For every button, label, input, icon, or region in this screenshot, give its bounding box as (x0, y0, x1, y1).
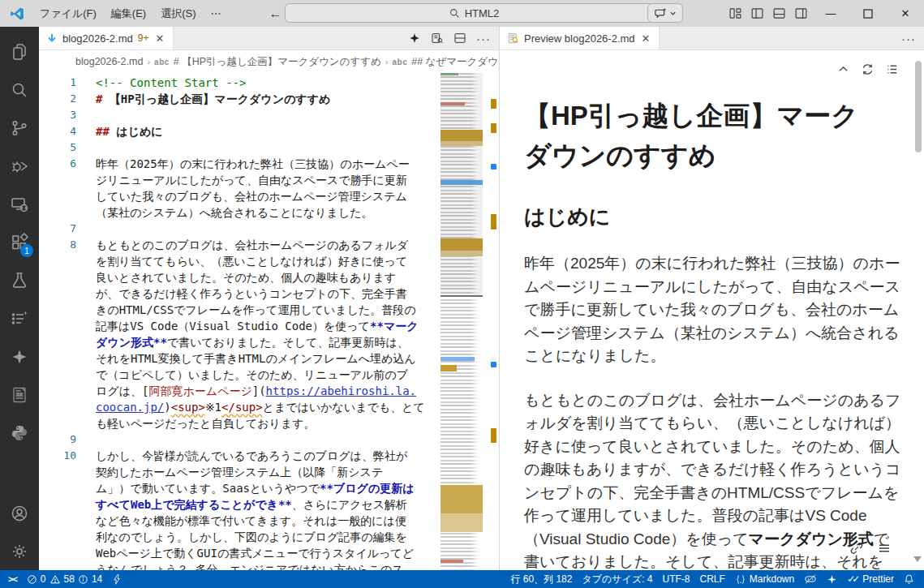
code-line[interactable]: 利なのでしょう。しかし、下図のようにブログ記事の編集を (39, 529, 441, 545)
code-line[interactable]: 6昨年（2025年）の末に行われた弊社（三技協）のホームペー (39, 156, 441, 172)
code-line[interactable]: 3 (39, 107, 441, 123)
code-line[interactable]: Webページ上で動くGUIの書式メニューで行うスタイルってど (39, 545, 441, 561)
code-line[interactable]: 1<!-- Content Start --> (39, 75, 441, 91)
copilot-sparkle-icon[interactable] (0, 337, 39, 376)
formatter-status[interactable]: ✓✓ Prettier (842, 570, 899, 588)
scrollbar-thumb[interactable] (915, 61, 922, 152)
sparkle-action-icon[interactable] (408, 32, 421, 45)
back-arrow-icon[interactable]: ← (269, 6, 282, 21)
run-debug-icon[interactable] (0, 147, 39, 185)
code-text: で（コピペして）いました。そのため、リニューアル前のブ (96, 367, 408, 383)
code-line[interactable]: 5 (39, 139, 441, 156)
code-line[interactable]: 2# 【HP引っ越し企画】マークダウンのすすめ (39, 91, 441, 107)
copilot-disabled-icon (804, 573, 817, 585)
split-editor-icon[interactable] (453, 32, 466, 45)
code-line[interactable]: 8もともとのこのブログは、会社ホームページのあるフォルダ (39, 237, 441, 253)
refresh-icon[interactable] (862, 63, 874, 75)
editor-more-actions-icon[interactable]: ··· (476, 32, 491, 45)
breadcrumb-h1[interactable]: # 【HP引っ越し企画】マークダウンのすすめ (174, 55, 381, 69)
code-line[interactable]: きのHTML/CSSでフレームを作って運用していました。普段の (39, 302, 441, 318)
hamburger-menu-icon[interactable] (877, 541, 892, 556)
minimap-slider[interactable] (441, 73, 483, 297)
code-line[interactable]: していた我々のブログも、会社のホームページ管理システム (39, 188, 441, 204)
layout-controls (728, 0, 808, 27)
eol-sequence[interactable]: CRLF (695, 570, 730, 588)
command-center-search[interactable]: HTML2 (285, 3, 664, 23)
minimap[interactable] (441, 73, 483, 570)
code-line[interactable]: 7 (39, 221, 441, 237)
sparkle-status[interactable] (822, 570, 842, 588)
settings-gear-icon[interactable] (0, 532, 39, 570)
remote-indicator[interactable]: >< (3, 570, 22, 588)
code-line[interactable]: 契約したホームページ管理システム上（以降「新システ (39, 464, 441, 480)
notifications-button[interactable] (899, 570, 919, 588)
code-line[interactable]: も軽いページだったと自負しております。 (39, 415, 441, 431)
code-line[interactable]: ログは、[阿部寛ホームページ](https://abehiroshi.la. (39, 383, 441, 399)
feedback-button[interactable] (107, 570, 127, 588)
tab-close-icon[interactable]: ✕ (153, 32, 165, 45)
code-text: など色々な機能が標準で付いてきます。それは一般的には便 (96, 513, 406, 529)
toggle-panel-icon[interactable] (772, 6, 786, 20)
code-line[interactable]: 良いとされていました。そのため、個人の趣味もあります (39, 269, 441, 285)
menu-more[interactable]: ⋯ (204, 4, 229, 24)
testing-icon[interactable] (0, 261, 39, 299)
code-line[interactable]: （某社のシステム）へ統合されることになりました。 (39, 204, 441, 221)
code-line[interactable]: で（コピペして）いました。そのため、リニューアル前のブ (39, 367, 441, 383)
code-line[interactable]: ダウン形式**で書いておりました。そして、記事更新時は、 (39, 334, 441, 350)
tab-blog2026-2[interactable]: blog2026-2.md 9+ ✕ (39, 27, 174, 49)
toggle-sidebar-icon[interactable] (750, 6, 764, 20)
python-icon[interactable] (0, 414, 39, 452)
code-line[interactable]: など色々な機能が標準で付いてきます。それは一般的には便 (39, 513, 441, 529)
code-line[interactable]: 4## はじめに (39, 123, 441, 139)
code-line[interactable]: ム」）で動いています。Saasというやつで**ブログの更新は (39, 480, 441, 496)
account-icon[interactable] (0, 494, 39, 532)
editor-body[interactable]: 1<!-- Content Start -->2# 【HP引っ越し企画】マークダ… (39, 73, 499, 570)
code-line[interactable]: が、できるだけ軽く作ろうというコンセプトの下、完全手書 (39, 285, 441, 302)
breadcrumb-h2[interactable]: ## なぜマークダウンをおすすめす (411, 55, 499, 69)
markdown-preview[interactable]: 【HP引っ越し企画】マークダウンのすすめ はじめに 昨年（2025年）の末に行わ… (500, 50, 924, 570)
language-mode[interactable]: Markdown (730, 570, 799, 588)
preview-more-actions-icon[interactable]: ··· (901, 32, 916, 45)
customize-layout-icon[interactable] (728, 6, 742, 20)
source-control-icon[interactable] (0, 109, 39, 147)
code-line[interactable]: それをHTML変換して手書きHTMLのメインフレームへ埋め込ん (39, 350, 441, 367)
code-line[interactable]: すべてWeb上で完結することができ**、さらにアクセス解析 (39, 496, 441, 513)
maximize-button[interactable] (849, 0, 887, 27)
copilot-chat-button[interactable] (647, 3, 683, 23)
tab-preview[interactable]: Preview blog2026-2.md ✕ (500, 27, 660, 49)
indentation[interactable]: タブのサイズ: 4 (577, 570, 657, 588)
code-line[interactable]: を割り当ててもらい、（悪いことしなければ）好きに使って (39, 253, 441, 269)
encoding[interactable]: UTF-8 (658, 570, 695, 588)
code-line[interactable]: 10しかし、今皆様が読んでいるであろうこのブログは、弊社が (39, 448, 441, 464)
code-text: もともとのこのブログは、会社ホームページのあるフォルダ (96, 237, 408, 253)
copilot-status[interactable] (799, 570, 822, 588)
remote-explorer-icon[interactable] (0, 185, 39, 223)
collapse-icon[interactable] (837, 63, 849, 75)
toggle-secondary-sidebar-icon[interactable] (794, 6, 808, 20)
scrollbar-down-arrow[interactable] (913, 556, 922, 562)
link-icon[interactable] (849, 541, 864, 556)
code-line[interactable]: 9 (39, 431, 441, 448)
outline-list-icon[interactable] (886, 63, 898, 75)
todo-list-icon[interactable] (0, 299, 39, 337)
code-line[interactable]: 記事はVS Code（Visual Studio Code）を使って**マーク (39, 318, 441, 334)
cursor-position[interactable]: 行 60、列 182 (505, 570, 577, 588)
explorer-icon[interactable] (0, 32, 39, 71)
chevron-down-icon (669, 10, 677, 17)
code-line[interactable]: うなんでしょう？ 多分、エンジニアではない方からこのス (39, 561, 441, 570)
breadcrumb-file[interactable]: blog2026-2.md (75, 56, 143, 67)
minimize-button[interactable]: — (812, 0, 849, 27)
problems-button[interactable]: 0 58 14 (22, 570, 107, 588)
markdown-extension-icon[interactable] (0, 376, 39, 414)
menu-selection[interactable]: 選択(S) (153, 4, 203, 24)
tab-close-icon[interactable]: ✕ (640, 32, 652, 45)
code-line[interactable]: coocan.jp/)<sup>※1</sup>とまではいかないまでも、とて (39, 399, 441, 415)
close-button[interactable]: ✕ (887, 0, 924, 27)
code-line[interactable]: ジリニューアルにしたがって、自由なスペースで勝手に更新 (39, 172, 441, 188)
extensions-icon[interactable]: 1 (0, 223, 39, 261)
menu-file[interactable]: ファイル(F) (32, 4, 104, 24)
search-sidebar-icon[interactable] (0, 71, 39, 109)
open-preview-icon[interactable] (431, 32, 444, 45)
preview-scrollbar[interactable] (914, 50, 922, 570)
menu-edit[interactable]: 編集(E) (104, 4, 153, 24)
